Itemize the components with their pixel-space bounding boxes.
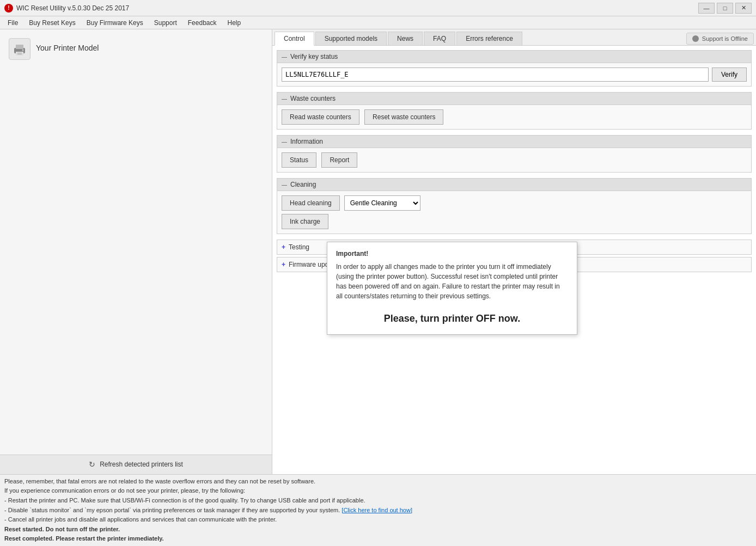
- tab-errors-reference[interactable]: Errors reference: [456, 32, 522, 45]
- waste-counters-body: Read waste counters Reset waste counters: [277, 105, 751, 129]
- svg-rect-4: [17, 54, 22, 54]
- printer-label: Your Printer Model: [36, 38, 99, 52]
- control-panel: — Verify key status Verify — Waste count…: [272, 46, 756, 474]
- menu-buy-reset-keys[interactable]: Buy Reset Keys: [23, 18, 81, 28]
- status-line-reset-started: Reset started. Do not turn off the print…: [4, 525, 752, 535]
- svg-point-5: [22, 50, 24, 51]
- information-header: — Information: [277, 136, 751, 148]
- status-line-1: Please, remember, that fatal errors are …: [4, 477, 752, 487]
- maximize-button[interactable]: □: [717, 3, 733, 14]
- printer-icon: [9, 38, 31, 60]
- menu-bar: File Buy Reset Keys Buy Firmware Keys Su…: [0, 16, 756, 29]
- title-bar: ! WIC Reset Utility v.5.0.30 Dec 25 2017…: [0, 0, 756, 16]
- status-bar: Please, remember, that fatal errors are …: [0, 474, 756, 546]
- information-section: — Information Status Report: [277, 135, 752, 173]
- head-cleaning-button[interactable]: Head cleaning: [282, 195, 340, 211]
- refresh-detected-printers-button[interactable]: ↻ Refresh detected printers list: [0, 455, 272, 474]
- close-button[interactable]: ✕: [735, 3, 752, 14]
- window-title: WIC Reset Utility v.5.0.30 Dec 25 2017: [16, 4, 129, 12]
- support-status-text: Support is Offline: [702, 35, 748, 42]
- read-waste-counters-button[interactable]: Read waste counters: [282, 109, 359, 125]
- right-panel: Control Supported models News FAQ Errors…: [272, 29, 756, 474]
- status-line-3: - Restart the printer and PC. Make sure …: [4, 496, 752, 506]
- refresh-icon: ↻: [89, 460, 95, 469]
- popup-body: In order to apply all changes made to th…: [336, 262, 568, 301]
- status-line-5: - Cancel all printer jobs and disable al…: [4, 515, 752, 525]
- report-button[interactable]: Report: [321, 152, 357, 168]
- information-icon: —: [282, 139, 287, 145]
- click-here-link[interactable]: [Click here to find out how]: [342, 507, 412, 513]
- menu-help[interactable]: Help: [222, 18, 246, 28]
- menu-file[interactable]: File: [2, 18, 23, 28]
- popup-big-text: Please, turn printer OFF now.: [336, 309, 568, 327]
- waste-counters-section: — Waste counters Read waste counters Res…: [277, 92, 752, 130]
- svg-rect-3: [17, 53, 22, 53]
- status-line-reset-completed: Reset completed. Please restart the prin…: [4, 534, 752, 544]
- gentle-cleaning-select[interactable]: Gentle CleaningNormal CleaningPower Clea…: [344, 195, 420, 211]
- key-input[interactable]: [282, 68, 709, 82]
- refresh-label: Refresh detected printers list: [100, 461, 183, 468]
- verify-key-body: Verify: [277, 63, 751, 86]
- svg-rect-2: [16, 52, 23, 56]
- tab-faq[interactable]: FAQ: [424, 32, 455, 45]
- status-line-4: - Disable `status monitor` and `my epson…: [4, 506, 752, 516]
- verify-button[interactable]: Verify: [712, 68, 747, 82]
- cleaning-icon: —: [282, 182, 287, 188]
- left-panel: Your Printer Model ↻ Refresh detected pr…: [0, 29, 272, 474]
- information-title: Information: [290, 138, 323, 145]
- tab-news[interactable]: News: [388, 32, 423, 45]
- verify-key-title: Verify key status: [290, 53, 338, 60]
- waste-counters-icon: —: [282, 96, 287, 102]
- verify-key-icon: —: [282, 54, 287, 60]
- cleaning-body: Head cleaning Gentle CleaningNormal Clea…: [277, 191, 751, 234]
- menu-feedback[interactable]: Feedback: [182, 18, 222, 28]
- tab-control[interactable]: Control: [275, 32, 314, 46]
- minimize-button[interactable]: —: [698, 3, 715, 14]
- support-status-dot: [692, 35, 699, 42]
- tab-supported-models[interactable]: Supported models: [315, 32, 387, 45]
- cleaning-section: — Cleaning Head cleaning Gentle Cleaning…: [277, 178, 752, 234]
- testing-label: Testing: [289, 243, 309, 251]
- app-icon: !: [4, 4, 13, 13]
- important-popup: Important! In order to apply all changes…: [327, 242, 577, 335]
- support-status-badge: Support is Offline: [686, 33, 754, 45]
- ink-charge-button[interactable]: Ink charge: [282, 214, 328, 229]
- cleaning-header: — Cleaning: [277, 179, 751, 191]
- status-line-2: If you experience communication errors o…: [4, 486, 752, 496]
- verify-key-header: — Verify key status: [277, 51, 751, 63]
- reset-waste-counters-button[interactable]: Reset waste counters: [364, 109, 443, 125]
- verify-key-section: — Verify key status Verify: [277, 50, 752, 87]
- status-button[interactable]: Status: [282, 152, 316, 168]
- information-body: Status Report: [277, 148, 751, 172]
- firmware-expand-icon: +: [282, 261, 285, 268]
- waste-counters-header: — Waste counters: [277, 93, 751, 105]
- tab-bar: Control Supported models News FAQ Errors…: [272, 29, 756, 46]
- waste-counters-title: Waste counters: [290, 95, 336, 102]
- menu-buy-firmware-keys[interactable]: Buy Firmware Keys: [81, 18, 149, 28]
- popup-title: Important!: [336, 250, 568, 257]
- cleaning-title: Cleaning: [290, 181, 316, 188]
- testing-expand-icon: +: [282, 243, 285, 251]
- menu-support[interactable]: Support: [149, 18, 182, 28]
- svg-rect-1: [16, 45, 23, 49]
